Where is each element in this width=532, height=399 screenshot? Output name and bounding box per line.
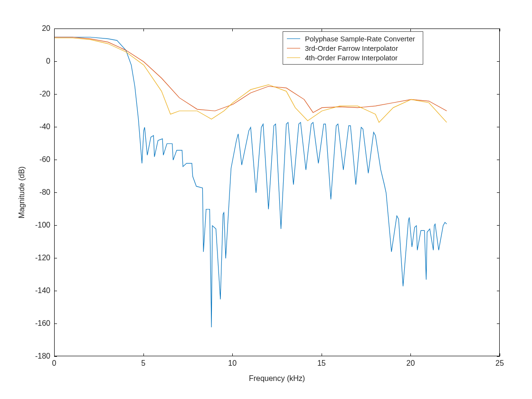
tick [54, 225, 57, 226]
x-axis-label: Frequency (kHz) [249, 374, 305, 383]
tick [54, 323, 57, 324]
tick [497, 94, 500, 95]
tick [232, 28, 233, 31]
tick [497, 28, 500, 29]
tick [54, 94, 57, 95]
tick [497, 61, 500, 62]
tick [497, 323, 500, 324]
x-tick-label: 20 [406, 359, 415, 368]
series-line-0 [55, 37, 446, 327]
figure: Frequency (kHz) Magnitude (dB) Polyphase… [0, 0, 532, 399]
tick [54, 127, 57, 127]
legend-entry: 3rd-Order Farrow Interpolator [287, 43, 419, 53]
tick [143, 353, 144, 356]
x-tick-label: 25 [495, 359, 504, 368]
tick [322, 353, 322, 356]
legend-swatch [287, 38, 300, 39]
y-tick-label: -120 [35, 254, 50, 262]
x-tick-label: 0 [52, 359, 57, 368]
tick [410, 353, 411, 356]
tick [497, 356, 500, 357]
tick [54, 61, 57, 62]
tick [54, 28, 57, 29]
tick [232, 353, 233, 356]
legend-label: Polyphase Sample-Rate Converter [305, 35, 415, 43]
legend-entry: Polyphase Sample-Rate Converter [287, 34, 419, 43]
tick [54, 258, 57, 258]
tick [322, 28, 322, 31]
y-tick-label: -140 [35, 286, 50, 295]
y-tick-label: 20 [42, 24, 50, 33]
legend-label: 4th-Order Farrow Interpolator [305, 54, 398, 62]
tick [54, 192, 57, 193]
x-tick-label: 15 [317, 359, 326, 368]
tick [54, 291, 57, 291]
y-tick-label: -20 [39, 90, 50, 98]
tick [500, 28, 500, 31]
y-tick-label: -100 [35, 221, 50, 229]
tick [497, 291, 500, 291]
y-tick-label: -80 [39, 188, 50, 197]
y-axis-label: Magnitude (dB) [18, 166, 26, 218]
y-tick-label: -160 [35, 319, 50, 328]
plot-area [55, 29, 500, 357]
tick [410, 28, 411, 31]
tick [497, 225, 500, 226]
y-tick-label: 0 [46, 57, 50, 66]
tick [143, 28, 144, 31]
y-tick-label: -180 [35, 352, 50, 361]
axes [54, 28, 500, 356]
legend-label: 3rd-Order Farrow Interpolator [305, 44, 398, 52]
tick [54, 160, 57, 160]
tick [497, 160, 500, 160]
tick [500, 353, 500, 356]
tick [497, 258, 500, 258]
tick [54, 356, 57, 357]
legend-entry: 4th-Order Farrow Interpolator [287, 53, 419, 62]
y-tick-label: -40 [39, 123, 50, 131]
legend-swatch [287, 48, 300, 48]
x-tick-label: 10 [228, 359, 237, 368]
y-tick-label: -60 [39, 155, 50, 164]
x-tick-label: 5 [141, 359, 145, 368]
legend: Polyphase Sample-Rate Converter3rd-Order… [283, 31, 423, 65]
tick [497, 192, 500, 193]
tick [497, 127, 500, 127]
legend-swatch [287, 57, 300, 58]
